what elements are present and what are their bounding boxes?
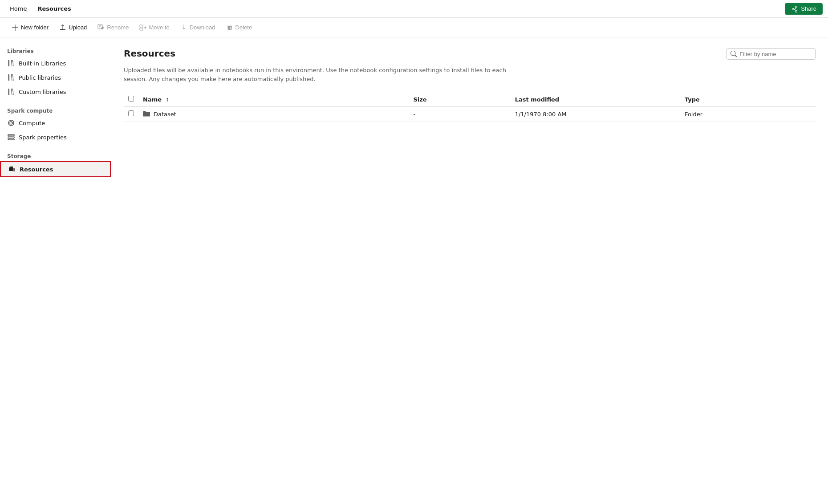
download-button[interactable]: Download [176,22,220,33]
content-area: Resources Uploaded files will be availab… [111,37,828,504]
share-button-label: Share [801,5,816,12]
svg-rect-6 [8,134,14,136]
table-row[interactable]: Dataset - 1/1/1970 8:00 AM Folder [124,107,816,122]
svg-rect-2 [140,28,143,30]
main-layout: Libraries Built-in Libraries Public libr… [0,37,828,504]
share-icon [791,5,798,12]
resources-icon [8,165,16,173]
sidebar: Libraries Built-in Libraries Public libr… [0,37,111,504]
download-icon [180,24,187,31]
svg-rect-9 [9,167,13,171]
row-modified-cell: 1/1/1970 8:00 AM [511,107,680,122]
libraries-section-label: Libraries [0,45,111,56]
select-all-checkbox[interactable] [128,96,134,102]
page-title: Resources [124,48,175,59]
storage-section-label: Storage [0,150,111,161]
sort-arrow-name: ↑ [166,98,169,102]
upload-button[interactable]: Upload [55,22,91,33]
content-header: Resources [124,48,175,62]
download-label: Download [190,24,215,31]
svg-rect-8 [8,139,14,140]
spark-properties-icon [7,133,15,141]
plus-icon [12,24,19,31]
sidebar-item-public-libraries[interactable]: Public libraries [0,70,111,85]
built-in-libraries-icon [7,59,15,67]
sidebar-item-custom-libraries-label: Custom libraries [19,89,66,95]
table-header-type: Type [680,92,816,107]
custom-libraries-icon [7,88,15,96]
sidebar-item-public-libraries-label: Public libraries [19,74,61,81]
spark-compute-section-label: Spark compute [0,104,111,116]
move-to-button[interactable]: Move to [135,22,174,33]
table-header-size: Size [409,92,510,107]
sidebar-item-built-in-libraries[interactable]: Built-in Libraries [0,56,111,70]
upload-icon [59,24,66,31]
content-description: Uploaded files will be available in note… [124,66,524,83]
sidebar-item-custom-libraries[interactable]: Custom libraries [0,85,111,99]
row-name: Dataset [154,111,176,118]
toolbar: New folder Upload Rename Move to Downloa… [0,18,828,37]
delete-icon [226,24,233,31]
sidebar-item-resources-label: Resources [20,166,53,173]
row-size-cell: - [409,107,510,122]
sidebar-item-compute[interactable]: Compute [0,116,111,130]
sidebar-item-spark-properties-label: Spark properties [19,134,67,141]
upload-label: Upload [69,24,87,31]
new-folder-button[interactable]: New folder [7,22,53,33]
svg-rect-7 [8,137,14,138]
sidebar-item-compute-label: Compute [19,120,45,126]
compute-icon [7,119,15,127]
nav-resources[interactable]: Resources [33,4,75,14]
svg-rect-1 [140,25,143,27]
file-table: Name ↑ Size Last modified Type [124,92,816,122]
new-folder-label: New folder [21,24,49,31]
svg-point-5 [11,122,12,123]
sidebar-item-resources[interactable]: Resources [0,161,111,177]
folder-icon [143,110,150,118]
table-header-last-modified: Last modified [511,92,680,107]
sidebar-item-spark-properties[interactable]: Spark properties [0,130,111,144]
share-button[interactable]: Share [785,3,823,15]
row-type-cell: Folder [680,107,816,122]
filter-input[interactable] [739,51,812,57]
rename-button[interactable]: Rename [93,22,133,33]
filter-input-wrapper [727,48,816,60]
move-icon [139,24,146,31]
delete-label: Delete [235,24,252,31]
table-header-name[interactable]: Name ↑ [138,92,409,107]
row-checkbox[interactable] [128,110,134,116]
top-nav: Home Resources Share [0,0,828,18]
public-libraries-icon [7,73,15,81]
row-checkbox-cell [124,107,138,122]
search-icon [731,50,737,57]
rename-icon [97,24,105,31]
delete-button[interactable]: Delete [222,22,257,33]
nav-home[interactable]: Home [5,4,31,14]
sidebar-item-built-in-libraries-label: Built-in Libraries [19,60,66,67]
row-name-cell: Dataset [138,107,409,122]
move-to-label: Move to [149,24,169,31]
rename-label: Rename [107,24,129,31]
table-header-checkbox [124,92,138,107]
